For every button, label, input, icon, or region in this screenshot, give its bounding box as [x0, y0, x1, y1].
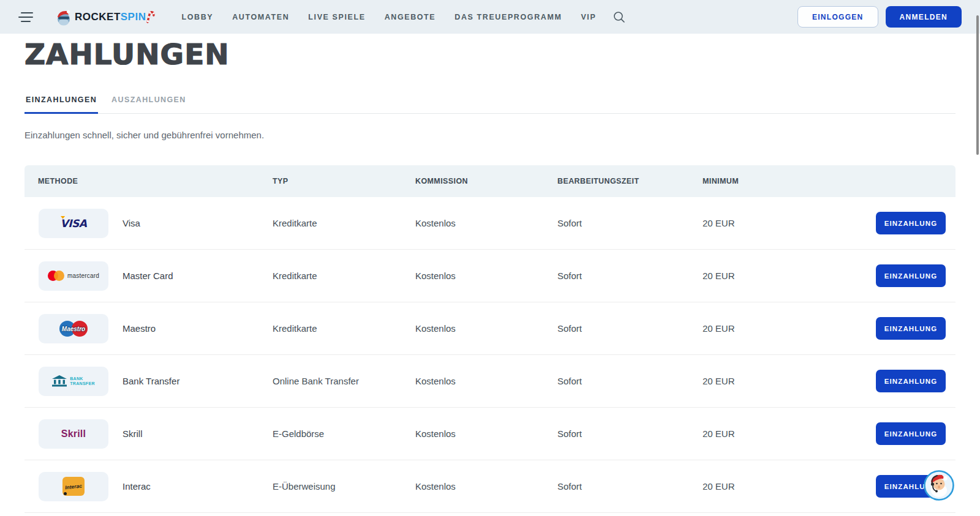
payment-tile: Maestro [39, 314, 108, 343]
method-commission: Kostenlos [415, 323, 557, 334]
santa-mascot-icon [55, 9, 72, 26]
method-minimum: 20 EUR [703, 323, 858, 334]
auth-buttons: EINLOGGEN ANMELDEN [797, 6, 962, 28]
payment-tile: Skrill [39, 419, 108, 449]
nav-item-live-spiele[interactable]: LIVE SPIELE [308, 13, 365, 21]
deposit-button[interactable]: EINZAHLUNG [876, 370, 946, 392]
header-methode: METHODE [38, 177, 273, 185]
header-minimum: MINIMUM [703, 177, 956, 185]
menu-hamburger-icon[interactable] [18, 12, 34, 22]
table-header-row: METHODE TYP KOMMISSION BEARBEITUNGSZEIT … [24, 165, 956, 197]
method-minimum: 20 EUR [703, 376, 858, 386]
register-button[interactable]: ANMELDEN [886, 6, 962, 28]
candy-cane-icon [146, 9, 156, 24]
tab-einzahlungen[interactable]: EINZAHLUNGEN [24, 95, 98, 114]
method-minimum: 20 EUR [703, 218, 858, 228]
method-name: Interac [123, 481, 273, 492]
vertical-scrollbar[interactable] [976, 15, 979, 155]
table-row: Skrill Skrill E-Geldbörse Kostenlos Sofo… [24, 408, 956, 460]
method-commission: Kostenlos [415, 481, 557, 492]
table-row: Maestro Maestro Kreditkarte Kostenlos So… [24, 302, 956, 355]
method-minimum: 20 EUR [703, 481, 858, 492]
interac-logo-icon: Interac [62, 477, 85, 496]
method-commission: Kostenlos [415, 271, 557, 281]
method-name: Skrill [123, 428, 273, 439]
method-commission: Kostenlos [415, 218, 557, 228]
method-processing-time: Sofort [557, 218, 703, 228]
table-row: BANK TRANSFER Bank Transfer Online Bank … [24, 355, 956, 408]
method-processing-time: Sofort [557, 271, 703, 281]
brand-name: ROCKETSPIN [75, 11, 146, 23]
rocketspin-logo[interactable]: ROCKETSPIN [55, 9, 154, 26]
method-type: Kreditkarte [273, 218, 415, 228]
method-name: Master Card [123, 271, 273, 281]
method-type: Kreditkarte [273, 323, 415, 334]
method-commission: Kostenlos [415, 428, 557, 439]
top-navigation: ROCKETSPIN LOBBY AUTOMATEN LIVE SPIELE A… [0, 0, 980, 34]
payment-tile: Interac [39, 472, 108, 501]
table-row: VISA Visa Kreditkarte Kostenlos Sofort 2… [24, 197, 956, 250]
nav-item-treueprogramm[interactable]: DAS TREUEPROGRAMM [454, 13, 562, 21]
deposit-button[interactable]: EINZAHLUNG [876, 264, 946, 287]
visa-logo-icon: VISA [61, 217, 87, 230]
method-processing-time: Sofort [557, 428, 703, 439]
main-menu: LOBBY AUTOMATEN LIVE SPIELE ANGEBOTE DAS… [181, 13, 596, 21]
method-processing-time: Sofort [557, 323, 703, 334]
table-row: mastercard Master Card Kreditkarte Koste… [24, 250, 956, 302]
header-typ: TYP [273, 177, 415, 185]
nav-item-vip[interactable]: VIP [581, 13, 596, 21]
method-name: Visa [123, 218, 273, 228]
header-bearbeitungszeit: BEARBEITUNGSZEIT [557, 177, 703, 185]
nav-item-angebote[interactable]: ANGEBOTE [385, 13, 436, 21]
payments-page: ZAHLUNGEN EINZAHLUNGEN AUSZAHLUNGEN Einz… [0, 40, 980, 513]
method-minimum: 20 EUR [703, 271, 858, 281]
nav-item-lobby[interactable]: LOBBY [181, 13, 213, 21]
support-chat-santa-widget[interactable] [924, 470, 954, 501]
tab-auszahlungen[interactable]: AUSZAHLUNGEN [110, 95, 187, 114]
search-icon[interactable] [612, 10, 626, 24]
page-description: Einzahlungen schnell, sicher und gebühre… [24, 130, 956, 140]
mastercard-logo-icon: mastercard [48, 271, 99, 281]
deposit-button[interactable]: EINZAHLUNG [876, 212, 946, 234]
header-kommission: KOMMISSION [415, 177, 557, 185]
skrill-logo-icon: Skrill [61, 428, 86, 439]
method-type: E-Geldbörse [273, 428, 415, 439]
login-button[interactable]: EINLOGGEN [797, 6, 878, 28]
payment-tile: mastercard [39, 261, 108, 291]
table-row: Interac Interac E-Überweisung Kostenlos … [24, 460, 956, 513]
method-type: Online Bank Transfer [273, 376, 415, 386]
payment-tile: BANK TRANSFER [39, 367, 108, 396]
page-title: ZAHLUNGEN [24, 40, 956, 69]
method-commission: Kostenlos [415, 376, 557, 386]
method-minimum: 20 EUR [703, 428, 858, 439]
payments-tabs: EINZAHLUNGEN AUSZAHLUNGEN [24, 95, 956, 114]
deposit-button[interactable]: EINZAHLUNG [876, 317, 946, 340]
payment-tile: VISA [39, 209, 108, 238]
nav-item-automaten[interactable]: AUTOMATEN [232, 13, 289, 21]
method-name: Maestro [123, 323, 273, 334]
method-processing-time: Sofort [557, 376, 703, 386]
method-type: E-Überweisung [273, 481, 415, 492]
method-type: Kreditkarte [273, 271, 415, 281]
payment-methods-table: METHODE TYP KOMMISSION BEARBEITUNGSZEIT … [24, 165, 956, 513]
maestro-logo-icon: Maestro [59, 321, 88, 337]
deposit-button[interactable]: EINZAHLUNG [876, 422, 946, 445]
bank-transfer-logo-icon: BANK TRANSFER [52, 375, 95, 387]
method-name: Bank Transfer [123, 376, 273, 386]
method-processing-time: Sofort [557, 481, 703, 492]
